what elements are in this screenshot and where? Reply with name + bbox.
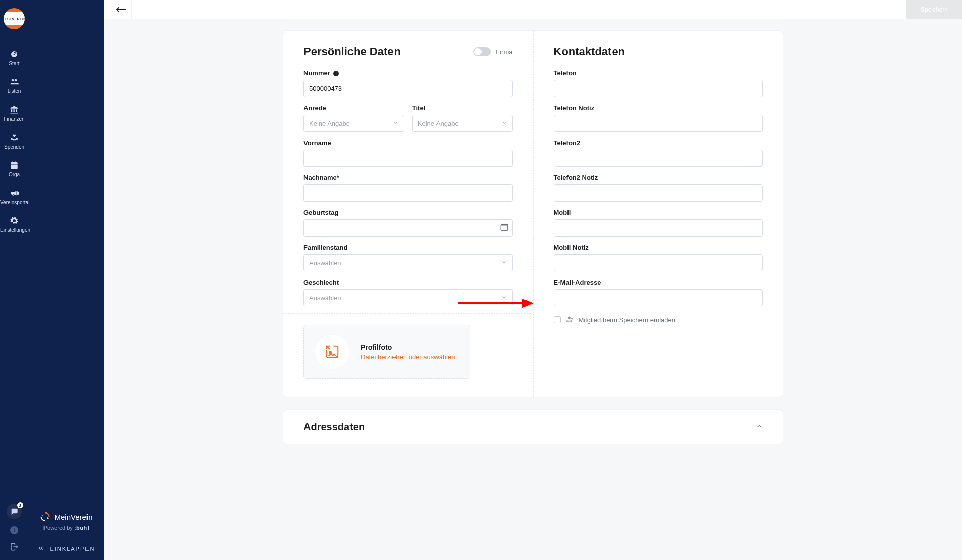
calendar-icon	[10, 161, 19, 170]
firma-toggle[interactable]	[473, 47, 491, 56]
email-input[interactable]	[554, 289, 763, 306]
anrede-select[interactable]: Keine Angabe	[303, 115, 404, 132]
users-icon	[10, 77, 19, 86]
telefon-label: Telefon	[554, 69, 763, 77]
geburtstag-label: Geburtstag	[303, 209, 513, 216]
nav-label: Finanzen	[0, 116, 28, 122]
chevron-down-icon	[501, 294, 507, 302]
mobil-label: Mobil	[554, 209, 763, 216]
nummer-label: Nummer i	[303, 69, 513, 77]
section-heading: Persönliche Daten	[303, 45, 401, 58]
chevron-double-left-icon	[37, 545, 45, 553]
info-button[interactable]: i	[10, 526, 18, 534]
info-icon[interactable]: i	[333, 70, 339, 77]
chat-count-badge: 2	[17, 502, 23, 508]
brand-logo: MeinVerein	[36, 511, 96, 522]
nav-spenden[interactable]: Spenden	[0, 128, 28, 156]
telefon-notiz-label: Telefon Notiz	[554, 104, 763, 112]
sidebar-collapse-button[interactable]: EINKLAPPEN	[28, 538, 104, 560]
familienstand-label: Familienstand	[303, 244, 513, 251]
save-button[interactable]: Speichern	[906, 0, 962, 19]
mobil-notiz-label: Mobil Notiz	[554, 244, 763, 251]
familienstand-select[interactable]: Auswählen	[303, 254, 513, 271]
telefon-input[interactable]	[554, 80, 763, 97]
nav-label: Orga	[0, 172, 28, 177]
upload-title: Profilfoto	[361, 343, 455, 351]
telefon2-notiz-input[interactable]	[554, 184, 763, 202]
megaphone-icon	[10, 189, 19, 198]
section-heading: Kontaktdaten	[554, 45, 625, 58]
nav-label: Start	[0, 61, 28, 66]
chevron-down-icon	[501, 259, 507, 267]
upload-image-icon	[315, 335, 349, 369]
hands-heart-icon	[10, 133, 19, 142]
sidebar: TESTVEREIN Start Listen Finanzen Spenden	[0, 0, 104, 560]
chevron-down-icon	[392, 120, 399, 127]
vorname-input[interactable]	[303, 150, 513, 167]
logout-button[interactable]	[0, 542, 28, 553]
back-button[interactable]	[111, 0, 132, 19]
nav-vereinsportal[interactable]: Vereinsportal	[0, 183, 28, 211]
svg-rect-2	[501, 224, 508, 230]
nav-label: Vereinsportal	[0, 200, 28, 205]
user-plus-icon	[566, 315, 574, 324]
arrow-left-icon	[116, 7, 127, 13]
geschlecht-select[interactable]: Auswählen	[303, 289, 513, 306]
chat-button[interactable]: 2	[7, 504, 22, 519]
invite-checkbox[interactable]	[554, 316, 561, 323]
geschlecht-label: Geschlecht	[303, 278, 513, 286]
svg-text:i: i	[336, 71, 337, 76]
telefon2-input[interactable]	[554, 150, 763, 167]
titel-label: Titel	[412, 104, 513, 112]
nachname-label: Nachname*	[303, 174, 513, 181]
topbar: Speichern	[104, 0, 962, 19]
anrede-label: Anrede	[303, 104, 404, 112]
nav-listen[interactable]: Listen	[0, 72, 28, 100]
nav-label: Spenden	[0, 144, 28, 150]
telefon2-notiz-label: Telefon2 Notiz	[554, 174, 763, 181]
telefon2-label: Telefon2	[554, 139, 763, 147]
powered-by: Powered by :buhl	[36, 525, 96, 531]
club-logo: TESTVEREIN	[4, 8, 25, 29]
mobil-input[interactable]	[554, 219, 763, 237]
titel-select[interactable]: Keine Angabe	[412, 115, 513, 132]
firma-label: Firma	[496, 48, 512, 56]
chat-icon	[10, 507, 18, 516]
brand-mark-icon	[40, 511, 50, 522]
nav-orga[interactable]: Orga	[0, 156, 28, 183]
upload-hint-link[interactable]: Datei herziehen oder auswählen	[361, 353, 455, 361]
section-heading: Adressdaten	[303, 421, 365, 433]
email-label: E-Mail-Adresse	[554, 278, 763, 286]
invite-label: Mitglied beim Speichern einladen	[579, 316, 676, 324]
adressdaten-section[interactable]: Adressdaten	[283, 409, 783, 444]
nav-start[interactable]: Start	[0, 44, 28, 72]
chevron-down-icon	[501, 120, 507, 127]
chevron-up-icon[interactable]	[756, 423, 763, 431]
nav-label: Listen	[0, 88, 28, 94]
gear-icon	[10, 216, 19, 225]
collapse-label: EINKLAPPEN	[50, 546, 95, 552]
logout-icon	[10, 542, 19, 551]
geburtstag-input[interactable]	[303, 219, 513, 237]
personal-data-section: Persönliche Daten Firma Nummer i	[283, 31, 533, 397]
mobil-notiz-input[interactable]	[554, 254, 763, 271]
svg-point-4	[567, 317, 570, 319]
telefon-notiz-input[interactable]	[554, 115, 763, 132]
calendar-picker-icon[interactable]	[500, 223, 509, 234]
nachname-input[interactable]	[303, 184, 513, 202]
gauge-icon	[10, 50, 19, 59]
nav-finanzen[interactable]: Finanzen	[0, 100, 28, 128]
bank-icon	[10, 105, 19, 114]
nummer-input[interactable]	[303, 80, 513, 97]
vorname-label: Vorname	[303, 139, 513, 147]
nav-label: Einstellungen	[0, 227, 28, 233]
profilfoto-upload[interactable]: Profilfoto Datei herziehen oder auswähle…	[303, 325, 470, 379]
nav-einstellungen[interactable]: Einstellungen	[0, 211, 28, 239]
kontakt-section: Kontaktdaten Telefon Telefon Notiz Telef…	[533, 31, 783, 397]
